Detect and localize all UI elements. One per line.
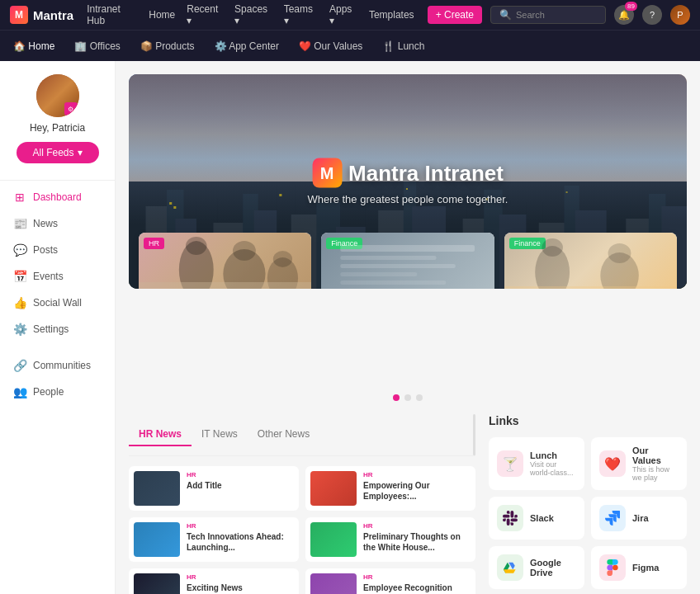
- user-greeting: Hey, Patricia: [30, 122, 85, 134]
- secondnav-offices[interactable]: 🏢 Offices: [74, 40, 120, 52]
- nav-teams[interactable]: Teams ▾: [284, 3, 318, 26]
- link-figma[interactable]: Figma: [591, 546, 687, 589]
- sidebar-label-news: News: [33, 218, 58, 229]
- people-icon: 👥: [13, 385, 26, 398]
- help-icon[interactable]: ?: [642, 5, 662, 25]
- values-desc: This is how we play: [632, 465, 679, 482]
- nav-apps[interactable]: Apps ▾: [329, 3, 357, 26]
- news-title-1: Add Title: [187, 480, 222, 491]
- search-box[interactable]: 🔍 Search: [490, 6, 606, 24]
- news-item-4[interactable]: HR Preliminary Thoughts on the White Hou…: [305, 517, 475, 562]
- tab-it-news[interactable]: IT News: [192, 423, 248, 446]
- all-feeds-button[interactable]: All Feeds ▾: [17, 142, 99, 163]
- link-gdrive-text: Google Drive: [530, 558, 576, 578]
- secondnav-products[interactable]: 📦 Products: [140, 40, 195, 52]
- news-text-1: HR Add Title: [187, 471, 222, 491]
- secondnav-appcenter[interactable]: ⚙️ App Center: [215, 40, 279, 52]
- hero-subtitle: Where the greatest people come together.: [308, 193, 508, 205]
- sidebar-item-news[interactable]: 📰 News: [0, 210, 115, 237]
- news-tag-3: HR: [187, 522, 294, 530]
- featured-card-1[interactable]: HR Add Title: [139, 233, 311, 289]
- secondnav-ourvalues[interactable]: ❤️ Our Values: [299, 40, 362, 52]
- gdrive-name: Google Drive: [530, 558, 576, 578]
- svg-point-39: [273, 251, 292, 267]
- sidebar-label-dashboard: Dashboard: [33, 191, 82, 203]
- news-text-4: HR Preliminary Thoughts on the White Hou…: [363, 522, 471, 553]
- featured-card-2[interactable]: Finance Example 123: [321, 233, 494, 289]
- news-item-2[interactable]: HR Empowering Our Employees:...: [305, 466, 475, 511]
- news-text-6: HR Employee Recognition Progra...: [363, 573, 471, 594]
- news-title-5: Exciting News: [187, 582, 243, 593]
- social-icon: 👍: [13, 296, 26, 309]
- sidebar-item-social-wall[interactable]: 👍 Social Wall: [0, 290, 115, 316]
- news-thumb-1: [134, 471, 180, 506]
- secondnav-lunch[interactable]: 🍴 Lunch: [382, 40, 424, 52]
- news-thumb-6: [310, 573, 357, 594]
- svg-rect-45: [341, 280, 447, 285]
- sidebar-item-dashboard[interactable]: ⊞ Dashboard: [0, 184, 115, 210]
- sidebar-item-communities[interactable]: 🔗 Communities: [0, 352, 115, 379]
- svg-point-49: [608, 243, 631, 263]
- news-thumb-5: [134, 573, 180, 594]
- link-google-drive[interactable]: Google Drive: [489, 546, 584, 589]
- search-placeholder: Search: [516, 10, 545, 20]
- nav-home[interactable]: Home: [149, 9, 175, 21]
- lunch-name: Lunch: [530, 450, 576, 460]
- featured-card-3[interactable]: Finance Example 12 20. June, 2022 Exampl…: [504, 233, 677, 289]
- news-text-5: HR Exciting News: [187, 573, 243, 593]
- create-button[interactable]: + Create: [428, 6, 482, 24]
- link-lunch[interactable]: 🍸 Lunch Visit our world-class...: [489, 437, 584, 490]
- avatar-badge: ⚙: [64, 102, 78, 116]
- news-tag-6: HR: [363, 573, 471, 581]
- slack-name: Slack: [530, 513, 554, 523]
- feeds-chevron: ▾: [78, 147, 83, 158]
- tab-other-news[interactable]: Other News: [248, 423, 319, 446]
- top-navigation: M Mantra Intranet Hub Home Recent ▾ Spac…: [0, 0, 700, 30]
- user-avatar-nav[interactable]: P: [670, 5, 690, 25]
- search-icon: 🔍: [499, 9, 512, 21]
- news-tag-2: HR: [363, 471, 471, 478]
- nav-intranet-hub[interactable]: Intranet Hub: [87, 3, 137, 26]
- nav-recent[interactable]: Recent ▾: [187, 3, 223, 26]
- brand-logo[interactable]: M Mantra: [10, 6, 73, 24]
- sidebar-item-posts[interactable]: 💬 Posts: [0, 237, 115, 263]
- link-slack[interactable]: Slack: [489, 497, 584, 540]
- nav-templates[interactable]: Templates: [369, 9, 414, 21]
- posts-icon: 💬: [13, 243, 26, 257]
- nav-spaces[interactable]: Spaces ▾: [234, 3, 272, 26]
- featured-cards: HR Add Title: [139, 233, 677, 289]
- news-item-1[interactable]: HR Add Title: [129, 466, 299, 511]
- links-grid: 🍸 Lunch Visit our world-class... ❤️ Our …: [489, 437, 687, 589]
- dot-1[interactable]: [393, 394, 400, 401]
- sidebar-label-posts: Posts: [33, 244, 58, 256]
- card-image-2: Finance: [321, 233, 494, 289]
- notification-bell[interactable]: 🔔 89: [614, 5, 634, 25]
- main-content: M Mantra Intranet Where the greatest peo…: [116, 61, 700, 594]
- news-item-5[interactable]: HR Exciting News: [129, 568, 299, 594]
- dot-3[interactable]: [416, 394, 423, 401]
- card-image-3: Finance: [504, 233, 677, 289]
- links-section: Links 🍸 Lunch Visit our world-class... ❤…: [489, 414, 687, 594]
- slack-icon: [497, 505, 523, 531]
- sidebar-item-people[interactable]: 👥 People: [0, 379, 115, 405]
- link-our-values[interactable]: ❤️ Our Values This is how we play: [591, 437, 687, 490]
- news-title-3: Tech Innovations Ahead: Launching...: [187, 531, 294, 553]
- secondnav-home[interactable]: 🏠 Home: [13, 40, 54, 52]
- news-tag-4: HR: [363, 522, 471, 530]
- sidebar-item-events[interactable]: 📅 Events: [0, 263, 115, 290]
- sidebar-item-settings[interactable]: ⚙️ Settings: [0, 316, 115, 342]
- news-icon: 📰: [13, 217, 26, 230]
- news-grid: HR Add Title HR Empowering Our Employees…: [129, 466, 475, 594]
- news-tabs: HR News IT News Other News: [129, 414, 475, 456]
- hero-title: Mantra Intranet: [348, 160, 504, 186]
- news-item-3[interactable]: HR Tech Innovations Ahead: Launching...: [129, 517, 299, 562]
- news-thumb-3: [134, 522, 180, 557]
- link-jira[interactable]: Jira: [591, 497, 687, 540]
- news-text-2: HR Empowering Our Employees:...: [363, 471, 471, 502]
- news-item-6[interactable]: HR Employee Recognition Progra...: [305, 568, 475, 594]
- values-icon: ❤️: [599, 450, 626, 477]
- dot-2[interactable]: [404, 394, 411, 401]
- tab-hr-news[interactable]: HR News: [129, 423, 192, 446]
- sidebar-label-settings: Settings: [33, 323, 69, 335]
- settings-icon: ⚙️: [13, 323, 26, 336]
